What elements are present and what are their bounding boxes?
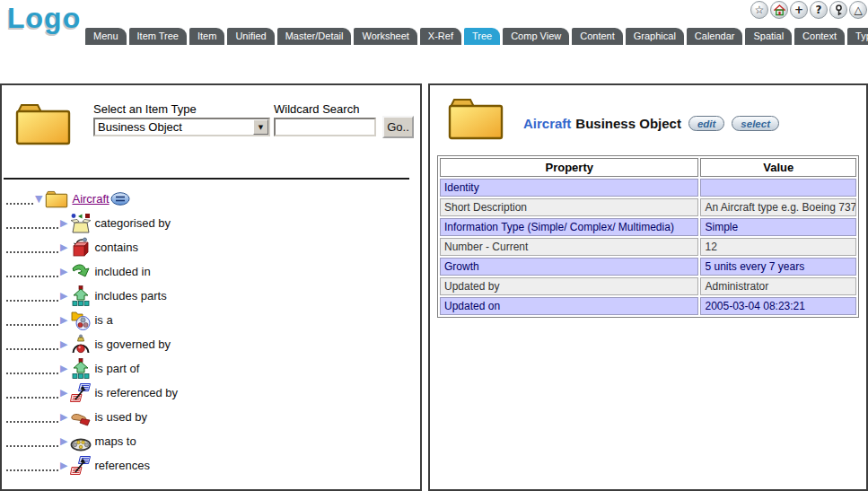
tree-dots (6, 397, 58, 399)
tab-spatial[interactable]: Spatial (745, 28, 792, 45)
tree-dots (6, 469, 58, 471)
table-row: Updated by Administrator (440, 277, 856, 295)
tab-content[interactable]: Content (572, 28, 623, 45)
help-icon[interactable]: ? (810, 1, 828, 19)
expand-arrow-icon[interactable]: ▶ (60, 217, 67, 229)
tree-dots (6, 445, 58, 447)
tree-item-label[interactable]: references (94, 459, 149, 472)
tree-item-label[interactable]: categorised by (94, 216, 171, 230)
expand-arrow-icon[interactable]: ▶ (60, 338, 67, 350)
home-glyph (774, 4, 785, 16)
maps-to-icon (70, 431, 92, 452)
expand-arrow-icon[interactable]: ▶ (60, 363, 67, 374)
expand-arrow-icon[interactable]: ▶ (60, 435, 67, 447)
tree-item: ▶ is governed by (6, 332, 178, 356)
tree-root-row: ▼ Aircraft (6, 187, 178, 211)
tree-dots (6, 421, 58, 423)
value-cell: 2005-03-04 08:23:21 (700, 297, 856, 315)
detail-item-name: Aircraft (523, 116, 571, 131)
expand-arrow-icon[interactable]: ▶ (60, 266, 67, 277)
expand-arrow-icon[interactable]: ▶ (60, 387, 67, 399)
tree-item-label[interactable]: included in (94, 265, 150, 278)
home-icon[interactable] (770, 1, 788, 19)
tree-dots (6, 203, 33, 205)
tree-dots (6, 227, 58, 229)
delta-icon[interactable]: △ (849, 1, 867, 19)
tab-item-tree[interactable]: Item Tree (129, 28, 187, 45)
add-icon[interactable]: + (790, 1, 808, 19)
key-glyph (833, 4, 845, 16)
table-row: Identity (440, 179, 856, 197)
tree-root-link[interactable]: Aircraft (72, 192, 109, 206)
contains-icon (70, 237, 92, 259)
tree-dots (6, 373, 58, 374)
value-cell: 5 units every 7 years (700, 258, 856, 276)
dropdown-arrow-icon[interactable] (253, 119, 268, 135)
table-row: Short Description An Aircraft type e.g. … (440, 198, 856, 216)
references-icon (70, 455, 92, 477)
tree-item-label[interactable]: includes parts (94, 289, 166, 302)
select-button[interactable]: select (732, 116, 779, 131)
table-row: Number - Current 12 (440, 238, 856, 256)
tree-item: ▶ maps to (6, 429, 178, 453)
tree-item-label[interactable]: is referenced by (94, 386, 178, 399)
panel-divider (4, 178, 409, 180)
table-row: Growth 5 units every 7 years (440, 258, 856, 276)
tree-item-label[interactable]: contains (94, 241, 137, 254)
value-cell: An Aircraft type e.g. Boeing 737 (700, 198, 856, 216)
value-cell (700, 179, 856, 197)
tree-item-label[interactable]: maps to (94, 434, 136, 448)
property-cell: Identity (440, 179, 698, 197)
item-tree: ▼ Aircraft ▶ categorised by ▶ contains ▶ (6, 187, 178, 478)
folder-icon (13, 100, 73, 146)
collapse-arrow-icon[interactable]: ▼ (35, 193, 42, 205)
tab-item[interactable]: Item (189, 28, 224, 45)
expand-arrow-icon[interactable]: ▶ (60, 290, 67, 302)
includes-parts-icon (70, 285, 92, 307)
tab-x-ref[interactable]: X-Ref (420, 28, 461, 45)
detail-title: Aircraft Business Object edit select (523, 116, 779, 131)
tree-dots (6, 276, 58, 277)
expand-arrow-icon[interactable]: ▶ (60, 241, 67, 253)
detail-item-type: Business Object (575, 116, 681, 131)
wildcard-search-input[interactable] (274, 118, 376, 136)
table-row: Updated on 2005-03-04 08:23:21 (440, 297, 856, 315)
property-cell: Short Description (440, 198, 698, 216)
go-button[interactable]: Go.. (382, 116, 414, 138)
tree-item-label[interactable]: is part of (94, 362, 139, 375)
key-icon[interactable] (829, 1, 847, 19)
star-icon[interactable]: ☆ (750, 1, 768, 19)
tab-unified[interactable]: Unified (227, 28, 274, 45)
tab-worksheet[interactable]: Worksheet (354, 28, 416, 45)
tree-item: ▶ contains (6, 235, 178, 259)
tab-tree[interactable]: Tree (464, 28, 500, 45)
folder-icon (446, 94, 505, 141)
tab-type[interactable]: Type (847, 28, 868, 45)
tree-dots (6, 348, 58, 350)
expand-arrow-icon[interactable]: ▶ (60, 460, 67, 471)
property-cell: Number - Current (440, 238, 698, 256)
edit-button[interactable]: edit (688, 116, 724, 131)
is-a-icon (70, 310, 92, 331)
tree-item-label[interactable]: is used by (94, 410, 147, 424)
tab-context[interactable]: Context (794, 28, 845, 45)
tree-dots (6, 251, 58, 253)
tab-menu[interactable]: Menu (85, 28, 127, 45)
tree-item-label[interactable]: is governed by (94, 338, 171, 351)
property-cell: Updated on (440, 297, 698, 315)
tab-comp-view[interactable]: Comp View (503, 28, 569, 45)
value-cell: 12 (700, 238, 856, 256)
expand-arrow-icon[interactable]: ▶ (60, 411, 67, 423)
app-logo: Logo (7, 2, 81, 35)
item-type-select[interactable]: Business Object (93, 118, 270, 136)
tree-item-label[interactable]: is a (94, 313, 112, 327)
tree-item: ▶ categorised by (6, 211, 178, 235)
tab-calendar[interactable]: Calendar (687, 28, 743, 45)
is-referenced-by-icon (70, 382, 92, 404)
expand-arrow-icon[interactable]: ▶ (60, 314, 67, 326)
column-header-value: Value (700, 158, 856, 177)
tab-graphical[interactable]: Graphical (626, 28, 684, 45)
menu-oval-icon[interactable] (110, 192, 130, 206)
tree-item: ▶ is referenced by (6, 381, 178, 405)
tab-master-detail[interactable]: Master/Detail (277, 28, 352, 45)
